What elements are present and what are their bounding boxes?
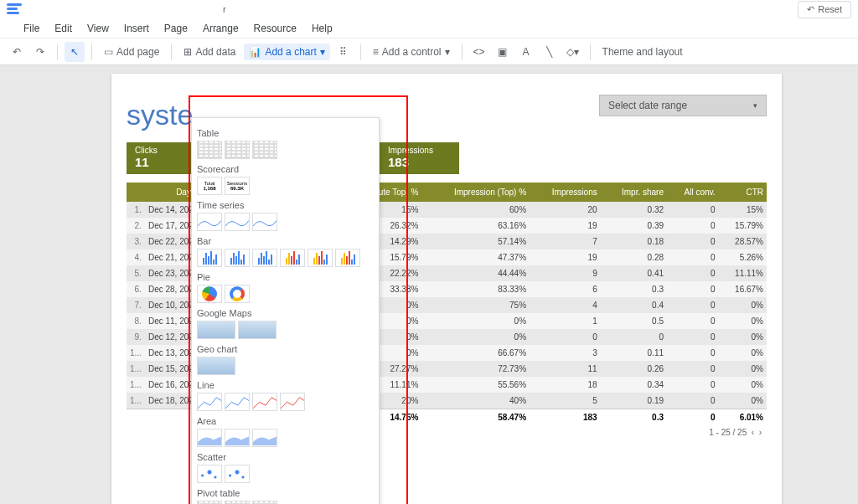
community-icon[interactable]: ⠿ — [333, 42, 354, 62]
chart-bar-4[interactable] — [280, 249, 305, 267]
dropdown-section-label: Bar — [197, 236, 374, 246]
chart-donut[interactable] — [225, 285, 250, 303]
dropdown-section-label: Geo chart — [197, 344, 374, 354]
add-control-button[interactable]: ≡ Add a control ▾ — [368, 44, 455, 60]
menu-help[interactable]: Help — [312, 23, 333, 34]
toolbar: ↶ ↷ ↖ ▭Add page ⊞Add data 📊Add a chart ▾… — [0, 39, 858, 65]
chart-timeseries-3[interactable] — [252, 213, 277, 231]
chart-bar-1[interactable] — [197, 249, 222, 267]
date-range-picker[interactable]: Select date range — [599, 95, 767, 116]
line-icon[interactable]: ╲ — [540, 42, 560, 62]
add-chart-button[interactable]: 📊Add a chart ▾ — [244, 44, 329, 60]
chart-table-2[interactable] — [225, 141, 250, 159]
chart-line-3[interactable] — [252, 393, 277, 411]
chart-pivot-3[interactable] — [252, 501, 277, 504]
chart-scatter-2[interactable] — [225, 465, 250, 483]
page-icon: ▭ — [104, 46, 113, 58]
dropdown-section-label: Scorecard — [197, 164, 374, 174]
chart-timeseries-1[interactable] — [197, 213, 222, 231]
chart-scatter-1[interactable] — [197, 465, 222, 483]
menu-view[interactable]: View — [87, 23, 109, 34]
dropdown-section-label: Time series — [197, 200, 374, 210]
chart-pivot-1[interactable] — [197, 501, 222, 504]
chart-line-4[interactable] — [280, 393, 305, 411]
chart-scorecard-2[interactable]: Sessions69.3K — [225, 177, 250, 195]
dropdown-section-label: Table — [197, 128, 374, 138]
column-header[interactable]: Impressions — [530, 183, 601, 202]
undo-icon: ↶ — [807, 4, 814, 15]
chart-googlemap-1[interactable] — [197, 321, 235, 339]
chart-timeseries-2[interactable] — [225, 213, 250, 231]
chart-pie[interactable] — [197, 285, 222, 303]
menu-arrange[interactable]: Arrange — [203, 23, 239, 34]
dropdown-section-label: Line — [197, 380, 374, 390]
redo-icon[interactable]: ↷ — [30, 42, 50, 62]
chart-area-1[interactable] — [197, 429, 222, 447]
text-icon[interactable]: A — [516, 42, 536, 62]
chart-line-2[interactable] — [225, 393, 250, 411]
dropdown-section-label: Pie — [197, 272, 374, 282]
menu-insert[interactable]: Insert — [124, 23, 149, 34]
chart-pivot-2[interactable] — [225, 501, 250, 504]
pointer-icon[interactable]: ↖ — [65, 42, 85, 62]
shape-icon[interactable]: ◇▾ — [563, 42, 583, 62]
image-icon[interactable]: ▣ — [493, 42, 513, 62]
menubar: File Edit View Insert Page Arrange Resou… — [0, 18, 858, 39]
dropdown-section-label: Scatter — [197, 452, 374, 462]
add-chart-dropdown[interactable]: TableScorecardTotal1,168Sessions69.3KTim… — [191, 117, 380, 504]
metric-impressions[interactable]: Impressions 183 — [380, 142, 459, 174]
document-title[interactable]: r — [27, 3, 228, 16]
menu-file[interactable]: File — [23, 23, 39, 34]
column-header[interactable] — [127, 183, 145, 202]
chart-icon: 📊 — [249, 46, 261, 58]
metric-value: 11 — [135, 155, 198, 169]
add-page-button[interactable]: ▭Add page — [99, 44, 164, 60]
embed-icon[interactable]: <> — [469, 42, 489, 62]
metric-label: Impressions — [388, 146, 451, 155]
app-logo-icon — [7, 3, 22, 15]
chart-area-2[interactable] — [225, 429, 250, 447]
chart-table-3[interactable] — [252, 141, 277, 159]
theme-button[interactable]: Theme and layout — [597, 44, 688, 60]
column-header[interactable]: Impression (Top) % — [421, 183, 530, 202]
column-header[interactable]: CTR — [719, 183, 767, 202]
menu-edit[interactable]: Edit — [54, 23, 72, 34]
undo-icon[interactable]: ↶ — [7, 42, 27, 62]
dropdown-section-label: Google Maps — [197, 308, 374, 318]
column-header[interactable]: All conv. — [667, 183, 719, 202]
data-icon: ⊞ — [183, 46, 192, 58]
canvas[interactable]: syste Select date range Clicks 11 Impres… — [0, 65, 858, 504]
chart-scorecard-1[interactable]: Total1,168 — [197, 177, 222, 195]
chart-bar-3[interactable] — [252, 249, 277, 267]
app-header: r ↶Reset — [0, 0, 858, 18]
chart-geochart[interactable] — [197, 357, 235, 375]
chart-table-1[interactable] — [197, 141, 222, 159]
chart-bar-6[interactable] — [335, 249, 360, 267]
menu-resource[interactable]: Resource — [254, 23, 297, 34]
chart-line-1[interactable] — [197, 393, 222, 411]
dropdown-section-label: Pivot table — [197, 488, 374, 498]
chart-googlemap-2[interactable] — [238, 321, 277, 339]
metric-value: 183 — [388, 155, 451, 169]
chart-bar-2[interactable] — [225, 249, 250, 267]
menu-page[interactable]: Page — [164, 23, 188, 34]
add-data-button[interactable]: ⊞Add data — [178, 44, 240, 60]
chart-bar-5[interactable] — [308, 249, 333, 267]
page-title[interactable]: syste — [127, 99, 193, 131]
chart-area-3[interactable] — [252, 429, 277, 447]
column-header[interactable]: Impr. share — [601, 183, 667, 202]
reset-button[interactable]: ↶Reset — [798, 1, 851, 18]
metric-label: Clicks — [135, 146, 198, 155]
dropdown-section-label: Area — [197, 416, 374, 426]
